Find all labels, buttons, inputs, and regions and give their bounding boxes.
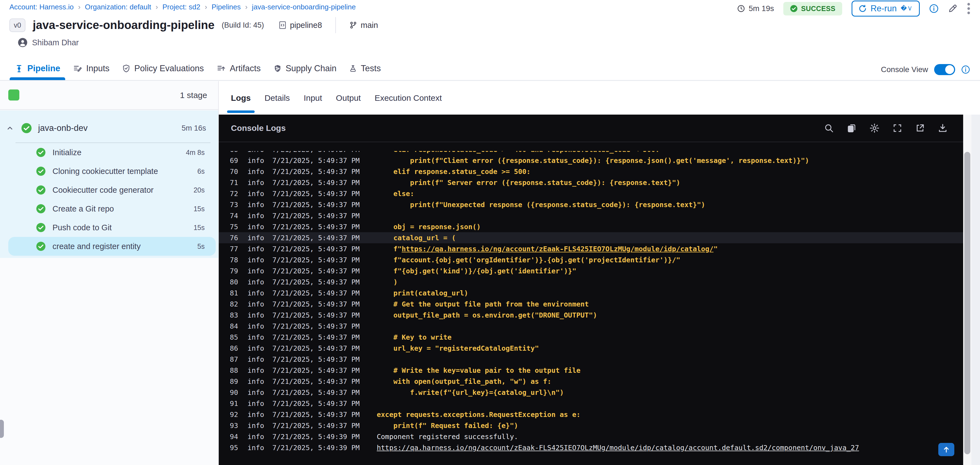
log-timestamp: 7/21/2025, 5:49:37 PM bbox=[272, 190, 361, 198]
tab-artifacts[interactable]: Artifacts bbox=[216, 57, 261, 80]
step-name: Create a Git repo bbox=[52, 204, 114, 213]
log-timestamp: 7/21/2025, 5:49:37 PM bbox=[272, 201, 361, 209]
log-line: 74info7/21/2025, 5:49:37 PM bbox=[219, 210, 963, 221]
log-message: https://qa.harness.io/ng/account/zEaak-F… bbox=[377, 444, 859, 452]
log-line-number: 94 bbox=[219, 433, 238, 441]
breadcrumb-item[interactable]: java-service-onboarding-pipeline bbox=[252, 3, 356, 11]
log-level: info bbox=[248, 344, 267, 352]
log-message: # Get the output file path from the envi… bbox=[377, 300, 589, 308]
pipeline-tag[interactable]: pipeline8 bbox=[278, 21, 322, 30]
step-row[interactable]: Cloning cookiecutter template6s bbox=[8, 162, 216, 181]
info-icon[interactable] bbox=[961, 65, 970, 74]
log-line-number: 92 bbox=[219, 411, 238, 419]
page-gutter bbox=[971, 114, 980, 465]
log-line: 87info7/21/2025, 5:49:37 PM bbox=[219, 354, 963, 365]
log-text: print(catalog_url) bbox=[377, 289, 468, 297]
step-row[interactable]: Create a Git repo15s bbox=[8, 199, 216, 218]
breadcrumb-item[interactable]: Organization: default bbox=[85, 3, 151, 11]
log-line: 86info7/21/2025, 5:49:37 PM url_key = "r… bbox=[219, 343, 963, 354]
scroll-to-top-button[interactable] bbox=[938, 443, 954, 456]
tab-details[interactable]: Details bbox=[265, 81, 290, 114]
step-row[interactable]: Push code to Git15s bbox=[8, 218, 216, 237]
log-link[interactable]: https://qa.harness.io/ng/account/zEaak-F… bbox=[402, 245, 713, 253]
step-row[interactable]: create and register entity5s bbox=[8, 237, 216, 256]
download-icon[interactable] bbox=[938, 123, 948, 133]
log-text: print(f" Server error ({response.status_… bbox=[377, 179, 680, 187]
log-viewport[interactable]: 68info7/21/2025, 5:49:37 PM elif respons… bbox=[219, 151, 963, 465]
tab-logs[interactable]: Logs bbox=[231, 81, 251, 114]
log-line: 90info7/21/2025, 5:49:37 PM f.write(f"{u… bbox=[219, 387, 963, 398]
log-line-number: 78 bbox=[219, 256, 238, 264]
console-view-toggle[interactable] bbox=[934, 64, 955, 75]
breadcrumb-separator-icon: › bbox=[205, 3, 207, 11]
code-repo-icon bbox=[278, 21, 287, 30]
breadcrumb-item[interactable]: Pipelines bbox=[212, 3, 241, 11]
log-line-number: 88 bbox=[219, 367, 238, 375]
info-icon[interactable] bbox=[929, 4, 939, 13]
log-message: obj = response.json() bbox=[377, 223, 480, 231]
tab-input[interactable]: Input bbox=[304, 81, 322, 114]
log-line-number: 89 bbox=[219, 378, 238, 386]
log-message: f"{obj.get('kind')}/{obj.get('identifier… bbox=[377, 267, 576, 275]
log-timestamp: 7/21/2025, 5:49:37 PM bbox=[272, 300, 361, 308]
search-icon[interactable] bbox=[824, 123, 834, 133]
settings-icon[interactable] bbox=[869, 123, 880, 133]
tab-inputs[interactable]: Inputs bbox=[73, 57, 110, 80]
log-line-number: 77 bbox=[219, 245, 238, 253]
step-row[interactable]: Cookiecutter code generator20s bbox=[8, 181, 216, 199]
panel-resize-handle[interactable] bbox=[0, 420, 4, 438]
stage-status-square bbox=[8, 89, 19, 100]
tab-output[interactable]: Output bbox=[336, 81, 361, 114]
console-logs-panel: Console Logs 68info7/21/2025, 5:49:37 PM… bbox=[219, 114, 971, 465]
log-line-number: 76 bbox=[219, 234, 238, 242]
edit-pencil-icon[interactable] bbox=[948, 4, 957, 13]
stage-count: 1 stage bbox=[180, 90, 207, 100]
console-scrollbar[interactable] bbox=[963, 114, 971, 465]
step-duration: 4m 8s bbox=[186, 149, 205, 157]
log-timestamp: 7/21/2025, 5:49:37 PM bbox=[272, 289, 361, 297]
chevron-up-icon[interactable] bbox=[6, 124, 14, 132]
log-text: # Key to write bbox=[377, 333, 452, 341]
log-level: info bbox=[248, 179, 267, 187]
log-line-number: 80 bbox=[219, 278, 238, 286]
copy-icon[interactable] bbox=[846, 123, 856, 133]
log-level: info bbox=[248, 267, 267, 275]
tab-pipeline[interactable]: Pipeline bbox=[14, 57, 60, 80]
check-circle-icon bbox=[36, 185, 46, 195]
step-duration: 5s bbox=[197, 243, 205, 251]
log-timestamp: 7/21/2025, 5:49:37 PM bbox=[272, 245, 361, 253]
step-name: Initialize bbox=[52, 148, 81, 157]
log-line: 70info7/21/2025, 5:49:37 PM elif respons… bbox=[219, 166, 963, 177]
log-timestamp: 7/21/2025, 5:49:37 PM bbox=[272, 223, 361, 231]
breadcrumb-separator-icon: › bbox=[245, 3, 248, 11]
log-text: url_key = "registeredCatalogEntity" bbox=[377, 344, 539, 352]
log-level: info bbox=[248, 300, 267, 308]
log-level: info bbox=[248, 433, 267, 441]
tab-execution-context[interactable]: Execution Context bbox=[375, 81, 442, 114]
log-timestamp: 7/21/2025, 5:49:37 PM bbox=[272, 168, 361, 176]
console-view-label: Console View bbox=[881, 65, 928, 74]
check-circle-icon bbox=[36, 148, 46, 157]
log-link[interactable]: https://qa.harness.io/ng/account/zEaak-F… bbox=[377, 444, 859, 452]
breadcrumb-item[interactable]: Project: sd2 bbox=[162, 3, 200, 11]
log-text: except requests.exceptions.RequestExcept… bbox=[377, 411, 581, 419]
scrollbar-thumb[interactable] bbox=[964, 152, 970, 454]
breadcrumb-item[interactable]: Account: Harness.io bbox=[10, 3, 74, 11]
step-row[interactable]: Initialize4m 8s bbox=[8, 143, 216, 162]
log-message: f"https://qa.harness.io/ng/account/zEaak… bbox=[377, 245, 718, 253]
log-timestamp: 7/21/2025, 5:49:37 PM bbox=[272, 411, 361, 419]
log-timestamp: 7/21/2025, 5:49:37 PM bbox=[272, 344, 361, 352]
open-in-new-icon[interactable] bbox=[915, 123, 925, 133]
branch-chip[interactable]: main bbox=[349, 21, 378, 30]
rerun-button[interactable]: Re-run �Ｖ bbox=[851, 0, 920, 17]
tab-supply-chain[interactable]: Supply Chain bbox=[274, 57, 336, 80]
avatar-icon bbox=[18, 38, 28, 48]
log-text: f"account.{obj.get('orgIdentifier')}.{ob… bbox=[377, 256, 680, 264]
fullscreen-icon[interactable] bbox=[892, 123, 902, 133]
tab-policy-evaluations[interactable]: Policy Evaluations bbox=[122, 57, 204, 80]
tab-tests[interactable]: Tests bbox=[349, 57, 380, 80]
kebab-menu-icon[interactable] bbox=[967, 3, 970, 14]
log-text: # Get the output file path from the envi… bbox=[377, 300, 589, 308]
stage-row[interactable]: java-onb-dev 5m 16s bbox=[0, 116, 218, 140]
pipeline-icon bbox=[14, 64, 24, 73]
